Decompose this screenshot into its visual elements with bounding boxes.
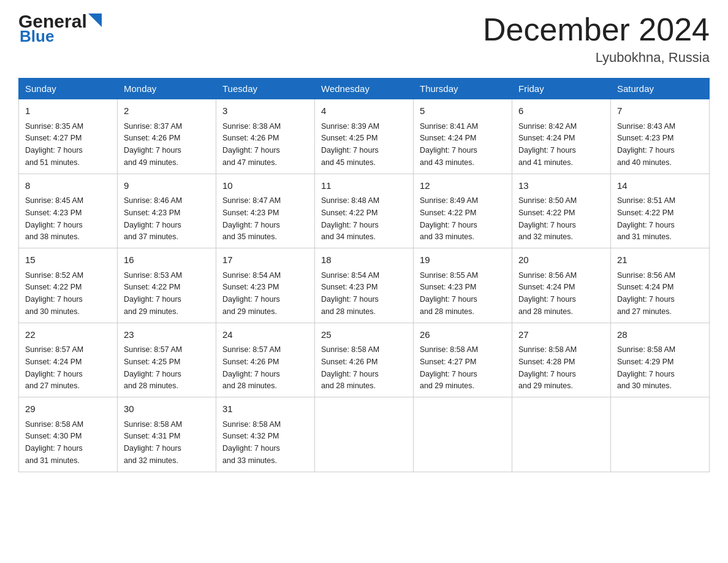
header-wednesday: Wednesday [315,79,414,99]
day-number: 15 [25,253,111,267]
day-info: Sunrise: 8:57 AM Sunset: 4:26 PM Dayligh… [222,345,281,390]
calendar-cell: 19Sunrise: 8:55 AM Sunset: 4:23 PM Dayli… [414,248,512,323]
day-info: Sunrise: 8:57 AM Sunset: 4:24 PM Dayligh… [25,345,83,390]
day-info: Sunrise: 8:42 AM Sunset: 4:24 PM Dayligh… [518,122,577,167]
day-info: Sunrise: 8:56 AM Sunset: 4:24 PM Dayligh… [617,271,675,316]
day-info: Sunrise: 8:52 AM Sunset: 4:22 PM Dayligh… [25,271,83,316]
day-info: Sunrise: 8:39 AM Sunset: 4:25 PM Dayligh… [321,122,379,167]
day-info: Sunrise: 8:58 AM Sunset: 4:26 PM Dayligh… [321,345,379,390]
day-info: Sunrise: 8:58 AM Sunset: 4:29 PM Dayligh… [617,345,675,390]
logo-blue-text: Blue [18,27,54,46]
day-number: 24 [222,328,308,342]
day-number: 2 [124,104,210,118]
day-number: 30 [124,402,210,416]
day-info: Sunrise: 8:46 AM Sunset: 4:23 PM Dayligh… [124,196,182,241]
calendar-cell: 15Sunrise: 8:52 AM Sunset: 4:22 PM Dayli… [19,248,118,323]
title-block: December 2024 Lyubokhna, Russia [483,12,710,66]
logo-arrow-icon [88,13,102,27]
calendar-cell: 25Sunrise: 8:58 AM Sunset: 4:26 PM Dayli… [315,323,414,397]
calendar-cell: 2Sunrise: 8:37 AM Sunset: 4:26 PM Daylig… [118,99,216,174]
day-number: 4 [321,104,407,118]
day-info: Sunrise: 8:53 AM Sunset: 4:22 PM Dayligh… [124,271,182,316]
day-number: 12 [420,179,506,193]
calendar-week-2: 8Sunrise: 8:45 AM Sunset: 4:23 PM Daylig… [19,174,710,248]
header-monday: Monday [118,79,216,99]
day-number: 8 [25,179,111,193]
calendar-cell: 12Sunrise: 8:49 AM Sunset: 4:22 PM Dayli… [414,174,512,248]
day-number: 18 [321,253,407,267]
calendar-cell: 5Sunrise: 8:41 AM Sunset: 4:24 PM Daylig… [414,99,512,174]
day-number: 31 [222,402,308,416]
day-info: Sunrise: 8:56 AM Sunset: 4:24 PM Dayligh… [518,271,577,316]
calendar-cell: 14Sunrise: 8:51 AM Sunset: 4:22 PM Dayli… [611,174,710,248]
day-info: Sunrise: 8:38 AM Sunset: 4:26 PM Dayligh… [222,122,281,167]
day-info: Sunrise: 8:51 AM Sunset: 4:22 PM Dayligh… [617,196,675,241]
day-number: 17 [222,253,308,267]
calendar-cell: 9Sunrise: 8:46 AM Sunset: 4:23 PM Daylig… [118,174,216,248]
calendar-table: SundayMondayTuesdayWednesdayThursdayFrid… [18,78,710,472]
day-number: 1 [25,104,111,118]
calendar-cell: 1Sunrise: 8:35 AM Sunset: 4:27 PM Daylig… [19,99,118,174]
header-saturday: Saturday [611,79,710,99]
day-info: Sunrise: 8:57 AM Sunset: 4:25 PM Dayligh… [124,345,182,390]
calendar-week-3: 15Sunrise: 8:52 AM Sunset: 4:22 PM Dayli… [19,248,710,323]
calendar-cell: 21Sunrise: 8:56 AM Sunset: 4:24 PM Dayli… [611,248,710,323]
calendar-cell [315,397,414,472]
day-info: Sunrise: 8:58 AM Sunset: 4:27 PM Dayligh… [420,345,478,390]
calendar-cell: 13Sunrise: 8:50 AM Sunset: 4:22 PM Dayli… [512,174,611,248]
calendar-cell: 17Sunrise: 8:54 AM Sunset: 4:23 PM Dayli… [216,248,315,323]
day-number: 14 [617,179,703,193]
calendar-week-4: 22Sunrise: 8:57 AM Sunset: 4:24 PM Dayli… [19,323,710,397]
header-tuesday: Tuesday [216,79,315,99]
day-info: Sunrise: 8:49 AM Sunset: 4:22 PM Dayligh… [420,196,478,241]
calendar-cell: 16Sunrise: 8:53 AM Sunset: 4:22 PM Dayli… [118,248,216,323]
day-info: Sunrise: 8:54 AM Sunset: 4:23 PM Dayligh… [222,271,281,316]
day-number: 6 [518,104,604,118]
svg-marker-0 [88,13,102,27]
day-info: Sunrise: 8:45 AM Sunset: 4:23 PM Dayligh… [25,196,83,241]
day-info: Sunrise: 8:58 AM Sunset: 4:30 PM Dayligh… [25,420,83,465]
day-info: Sunrise: 8:47 AM Sunset: 4:23 PM Dayligh… [222,196,281,241]
day-number: 29 [25,402,111,416]
day-number: 28 [617,328,703,342]
day-number: 26 [420,328,506,342]
day-info: Sunrise: 8:37 AM Sunset: 4:26 PM Dayligh… [124,122,182,167]
calendar-cell: 22Sunrise: 8:57 AM Sunset: 4:24 PM Dayli… [19,323,118,397]
calendar-cell: 6Sunrise: 8:42 AM Sunset: 4:24 PM Daylig… [512,99,611,174]
day-number: 10 [222,179,308,193]
day-info: Sunrise: 8:50 AM Sunset: 4:22 PM Dayligh… [518,196,577,241]
day-info: Sunrise: 8:48 AM Sunset: 4:22 PM Dayligh… [321,196,379,241]
day-number: 20 [518,253,604,267]
calendar-cell: 26Sunrise: 8:58 AM Sunset: 4:27 PM Dayli… [414,323,512,397]
day-number: 9 [124,179,210,193]
header-friday: Friday [512,79,611,99]
calendar-cell: 30Sunrise: 8:58 AM Sunset: 4:31 PM Dayli… [118,397,216,472]
calendar-week-1: 1Sunrise: 8:35 AM Sunset: 4:27 PM Daylig… [19,99,710,174]
day-number: 27 [518,328,604,342]
page-title: December 2024 [483,12,710,47]
logo: General Blue [18,12,102,46]
day-info: Sunrise: 8:41 AM Sunset: 4:24 PM Dayligh… [420,122,478,167]
calendar-header-row: SundayMondayTuesdayWednesdayThursdayFrid… [19,79,710,99]
calendar-cell: 29Sunrise: 8:58 AM Sunset: 4:30 PM Dayli… [19,397,118,472]
calendar-cell [512,397,611,472]
calendar-cell: 28Sunrise: 8:58 AM Sunset: 4:29 PM Dayli… [611,323,710,397]
day-info: Sunrise: 8:58 AM Sunset: 4:28 PM Dayligh… [518,345,577,390]
day-number: 7 [617,104,703,118]
calendar-cell: 11Sunrise: 8:48 AM Sunset: 4:22 PM Dayli… [315,174,414,248]
day-number: 23 [124,328,210,342]
calendar-cell: 31Sunrise: 8:58 AM Sunset: 4:32 PM Dayli… [216,397,315,472]
calendar-cell [611,397,710,472]
header-thursday: Thursday [414,79,512,99]
day-info: Sunrise: 8:35 AM Sunset: 4:27 PM Dayligh… [25,122,83,167]
calendar-cell: 10Sunrise: 8:47 AM Sunset: 4:23 PM Dayli… [216,174,315,248]
day-number: 11 [321,179,407,193]
header-sunday: Sunday [19,79,118,99]
day-number: 5 [420,104,506,118]
day-info: Sunrise: 8:58 AM Sunset: 4:32 PM Dayligh… [222,420,281,465]
calendar-cell: 27Sunrise: 8:58 AM Sunset: 4:28 PM Dayli… [512,323,611,397]
day-number: 16 [124,253,210,267]
calendar-cell: 3Sunrise: 8:38 AM Sunset: 4:26 PM Daylig… [216,99,315,174]
calendar-cell: 8Sunrise: 8:45 AM Sunset: 4:23 PM Daylig… [19,174,118,248]
day-info: Sunrise: 8:55 AM Sunset: 4:23 PM Dayligh… [420,271,478,316]
